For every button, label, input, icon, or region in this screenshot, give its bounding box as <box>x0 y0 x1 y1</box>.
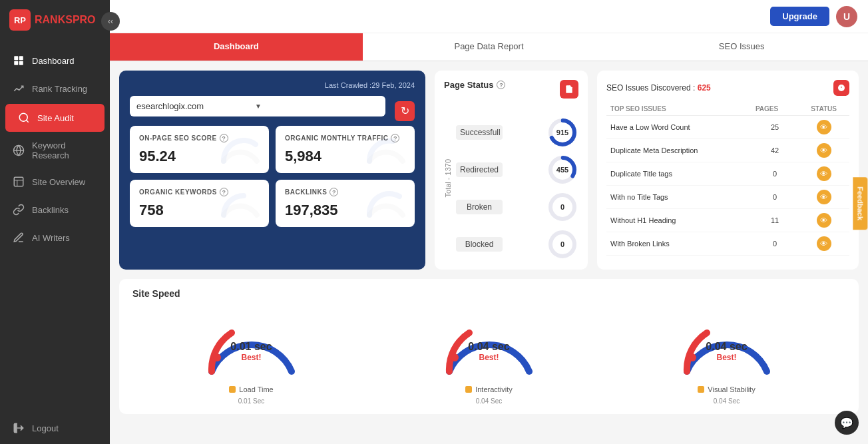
donut-redirected: 455 <box>546 154 578 186</box>
view-issue-button-2[interactable]: 👁 <box>817 166 831 181</box>
metric-gauge-0 <box>217 131 264 167</box>
topbar: Upgrade U <box>110 0 868 33</box>
seo-issue-pages-5: 0 <box>752 232 798 256</box>
view-issue-button-5[interactable]: 👁 <box>817 236 831 251</box>
view-issue-button-4[interactable]: 👁 <box>817 213 831 228</box>
upgrade-button[interactable]: Upgrade <box>770 7 829 26</box>
svg-rect-3 <box>19 61 23 65</box>
tab-dashboard[interactable]: Dashboard <box>110 33 363 61</box>
seo-issue-status-2: 👁 <box>798 162 849 186</box>
sidebar-collapse-button[interactable]: ‹‹ <box>101 12 120 31</box>
info-icon-3[interactable]: ? <box>329 188 338 196</box>
legend-dot-2 <box>698 386 704 393</box>
seo-table-row: Duplicate Title tags 0 👁 <box>606 162 849 186</box>
svg-rect-0 <box>14 56 18 60</box>
seo-table-row: Without H1 Heading 11 👁 <box>606 209 849 232</box>
seo-table-row: With no Title Tags 0 👁 <box>606 186 849 209</box>
sidebar-item-label: Rank Tracking <box>32 84 87 94</box>
status-rows: Successfull 915 Redirected <box>456 116 578 260</box>
sidebar-item-backlinks[interactable]: Backlinks <box>0 196 110 224</box>
seo-col-issue: TOP SEO ISSUES <box>606 103 752 116</box>
domain-selector[interactable]: esearchlogix.com ▼ <box>130 96 385 116</box>
domain-row: esearchlogix.com ▼ ↻ <box>130 96 415 126</box>
sidebar-item-label: Keyword Research <box>32 140 98 160</box>
sidebar-item-ai-writers[interactable]: AI Writers <box>0 224 110 252</box>
metric-organic-traffic: ORGANIC MONTHLY TRAFFIC ? 5,984 <box>276 126 415 173</box>
svg-rect-2 <box>14 61 18 65</box>
seo-issues-title: SEO Issues Discovered : 625 <box>606 83 711 93</box>
user-avatar[interactable]: U <box>836 6 857 27</box>
sidebar-item-keyword-research[interactable]: Keyword Research <box>0 133 110 168</box>
seo-issue-status-0: 👁 <box>798 116 849 139</box>
sidebar-item-label: AI Writers <box>32 233 70 243</box>
feedback-tab[interactable]: Feedback <box>853 177 868 230</box>
site-speed-section: Site Speed 0.01 sec <box>119 279 859 414</box>
status-row-redirected: Redirected 455 <box>456 154 578 186</box>
sidebar: RP RANKSPRO Dashboard Rank Tracking Site… <box>0 0 110 444</box>
seo-issue-label-2: Duplicate Title tags <box>606 162 752 186</box>
site-speed-title: Site Speed <box>132 288 845 299</box>
seo-issue-label-1: Duplicate Meta Description <box>606 139 752 162</box>
svg-rect-1 <box>19 56 23 60</box>
seo-issue-status-5: 👁 <box>798 232 849 256</box>
gauge-value-1: 0.04 sec <box>468 341 509 353</box>
status-label-blocked: Blocked <box>456 237 503 252</box>
total-label: Total - 1370 <box>444 159 452 197</box>
ai-writers-icon <box>12 231 25 244</box>
dashboard-icon <box>12 54 25 67</box>
legend-label-1: Interactivity <box>475 385 513 393</box>
svg-point-4 <box>19 113 27 121</box>
sidebar-item-site-overview[interactable]: Site Overview <box>0 168 110 196</box>
logo-text: RANKSPRO <box>35 14 96 26</box>
page-status-icon <box>560 80 578 99</box>
page-status-content: Total - 1370 Successfull 915 <box>444 97 578 260</box>
legend-label-2: Visual Stability <box>708 385 755 393</box>
domain-value: esearchlogix.com <box>136 101 255 111</box>
speed-sub-0: 0.01 Sec <box>238 397 264 405</box>
donut-count-broken: 0 <box>560 203 564 211</box>
gauge-interactivity: 0.04 sec Best! Interactivity 0.04 Sec <box>436 308 542 405</box>
page-status-info-icon[interactable]: ? <box>497 81 505 89</box>
backlinks-icon <box>12 203 25 216</box>
chat-icon[interactable]: 💬 <box>835 411 859 435</box>
last-crawled: Last Crawled :29 Feb, 2024 <box>130 81 415 89</box>
donut-blocked: 0 <box>546 228 578 260</box>
seo-issue-label-0: Have a Low Word Count <box>606 116 752 139</box>
tab-seo-issues[interactable]: SEO Issues <box>615 33 868 61</box>
donut-count-successfull: 915 <box>556 128 568 136</box>
tab-page-data-report[interactable]: Page Data Report <box>363 33 616 61</box>
seo-table-row: Have a Low Word Count 25 👁 <box>606 116 849 139</box>
svg-rect-8 <box>14 177 23 186</box>
svg-point-23 <box>688 353 696 361</box>
seo-issue-pages-3: 0 <box>752 186 798 209</box>
main-content: Upgrade U Dashboard Page Data Report SEO… <box>110 0 868 444</box>
gauge-value-overlay-1: 0.04 sec Best! <box>468 341 509 362</box>
refresh-button[interactable]: ↻ <box>395 101 415 121</box>
tab-bar: Dashboard Page Data Report SEO Issues <box>110 33 868 61</box>
speed-gauges: 0.01 sec Best! Load Time 0.01 Sec <box>132 308 845 405</box>
content-area: Last Crawled :29 Feb, 2024 esearchlogix.… <box>110 61 868 444</box>
gauge-value-2: 0.04 sec <box>706 341 747 353</box>
seo-issue-status-1: 👁 <box>798 139 849 162</box>
status-row-blocked: Blocked 0 <box>456 228 578 260</box>
seo-issue-label-5: With Broken Links <box>606 232 752 256</box>
speed-sub-2: 0.04 Sec <box>714 397 740 405</box>
metric-gauge-3 <box>363 185 409 221</box>
gauge-load-time: 0.01 sec Best! Load Time 0.01 Sec <box>198 308 305 405</box>
logout-button[interactable]: Logout <box>0 412 110 444</box>
status-row-successfull: Successfull 915 <box>456 116 578 148</box>
view-issue-button-0[interactable]: 👁 <box>817 120 831 134</box>
gauge-best-1: Best! <box>468 353 509 362</box>
seo-issues-count: 625 <box>698 83 711 93</box>
logo-icon: RP <box>9 9 31 31</box>
page-status-card: Page Status ? Total - 1370 Successfull <box>435 71 588 270</box>
sidebar-item-dashboard[interactable]: Dashboard <box>0 47 110 75</box>
sidebar-nav: Dashboard Rank Tracking Site Audit Keywo… <box>0 40 110 412</box>
sidebar-item-site-audit[interactable]: Site Audit <box>5 104 105 132</box>
view-issue-button-3[interactable]: 👁 <box>817 190 831 204</box>
sidebar-item-rank-tracking[interactable]: Rank Tracking <box>0 75 110 103</box>
legend-dot-0 <box>229 386 236 393</box>
status-label-redirected: Redirected <box>456 162 503 177</box>
view-issue-button-1[interactable]: 👁 <box>817 143 831 158</box>
svg-line-5 <box>26 120 28 122</box>
